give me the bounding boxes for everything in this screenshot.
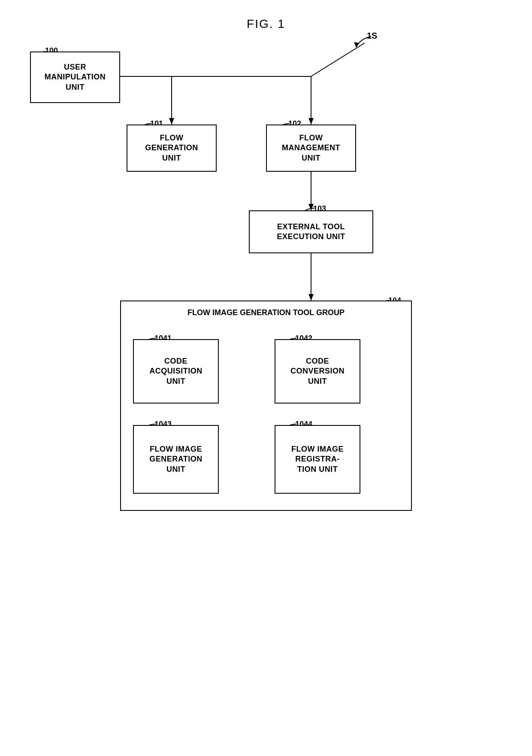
flow-image-registration-unit: FLOW IMAGE REGISTRA- TION UNIT <box>275 425 360 494</box>
figure-title: FIG. 1 <box>247 17 285 31</box>
svg-marker-10 <box>354 42 359 47</box>
code-conversion-unit: CODE CONVERSION UNIT <box>275 339 360 404</box>
external-tool-execution-unit: EXTERNAL TOOL EXECUTION UNIT <box>249 210 373 253</box>
ref-1s-arrow <box>352 34 378 52</box>
svg-marker-7 <box>308 294 314 301</box>
tool-group-label: FLOW IMAGE GENERATION TOOL GROUP <box>159 308 373 317</box>
code-acquisition-unit: CODE ACQUISITION UNIT <box>133 339 219 404</box>
diagram: FIG. 1 1S 100 <box>0 0 532 756</box>
flow-image-generation-unit: FLOW IMAGE GENERATION UNIT <box>133 425 219 494</box>
flow-generation-unit: FLOW GENERATION UNIT <box>127 124 217 172</box>
svg-marker-8 <box>169 118 174 124</box>
flow-management-unit: FLOW MANAGEMENT UNIT <box>266 124 356 172</box>
user-manipulation-unit: USER MANIPULATION UNIT <box>30 52 120 103</box>
svg-marker-9 <box>308 118 314 124</box>
